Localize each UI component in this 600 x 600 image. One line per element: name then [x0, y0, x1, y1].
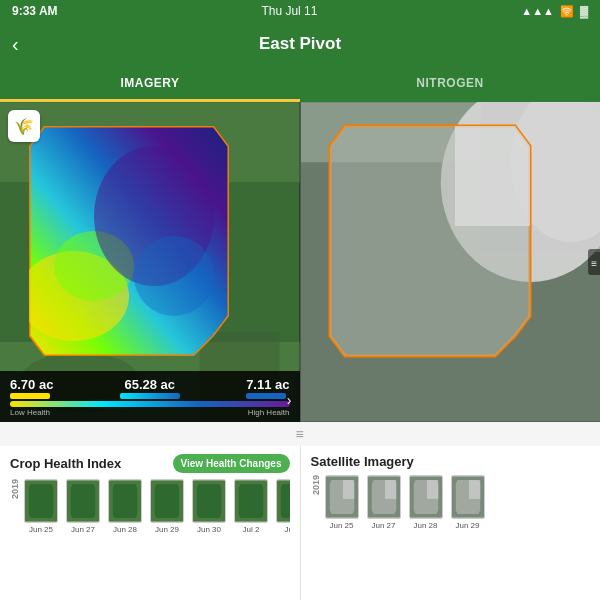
thumbnail-item[interactable]: Jun 25 [323, 475, 361, 530]
thumb-date: Jun 29 [155, 525, 179, 534]
thumbnail-item[interactable]: Jul 2 [232, 479, 270, 534]
thumbnail-item[interactable]: Jun 28 [407, 475, 445, 530]
header: ‹ East Pivot [0, 22, 600, 66]
tab-nitrogen[interactable]: NITROGEN [300, 66, 600, 102]
stat-medium-health: 65.28 ac [120, 377, 180, 399]
panel-title-right: Satellite Imagery [311, 454, 414, 469]
svg-marker-29 [197, 484, 221, 518]
thumb-date: Jun 25 [29, 525, 53, 534]
timeline-right: 2019 Jun 25 Jun 27 Jun 28 [311, 475, 591, 530]
svg-marker-27 [155, 484, 179, 518]
thumbnail-item[interactable]: Jun 27 [64, 479, 102, 534]
svg-marker-21 [29, 484, 53, 518]
wifi-icon: 🛜 [560, 5, 574, 18]
thumbnail-item[interactable]: Jun 27 [365, 475, 403, 530]
map-right[interactable]: ≡ [300, 102, 601, 422]
panel-header-right: Satellite Imagery [311, 454, 591, 469]
thumbnail-strip-right: Jun 25 Jun 27 Jun 28 Jun 29 [323, 475, 487, 530]
page-title: East Pivot [16, 34, 584, 54]
view-health-changes-button[interactable]: View Health Changes [173, 454, 290, 473]
thumb-date: Jun 27 [71, 525, 95, 534]
year-label-right: 2019 [311, 475, 321, 495]
svg-rect-50 [468, 480, 479, 499]
tab-bar: IMAGERY NITROGEN [0, 66, 600, 102]
status-icons: ▲▲▲ 🛜 ▓ [521, 5, 588, 18]
bottom-panels: Crop Health Index View Health Changes 20… [0, 446, 600, 600]
battery-icon: ▓ [580, 5, 588, 17]
thumb-date: Jun 25 [329, 521, 353, 530]
status-bar: 9:33 AM Thu Jul 11 ▲▲▲ 🛜 ▓ [0, 0, 600, 22]
heatmap-field [14, 116, 259, 366]
handle-icon: ≡ [295, 426, 304, 442]
thumbnail-item[interactable]: Jun 29 [148, 479, 186, 534]
thumb-date: Jun 28 [413, 521, 437, 530]
back-button[interactable]: ‹ [12, 33, 19, 56]
svg-marker-33 [281, 484, 290, 518]
satellite-imagery-panel: Satellite Imagery 2019 Jun 25 Jun 27 [301, 446, 601, 600]
thumbnail-item[interactable]: Jun 30 [190, 479, 228, 534]
panel-title-left: Crop Health Index [10, 456, 121, 471]
thumb-date: Jun 27 [371, 521, 395, 530]
status-day: Thu Jul 11 [261, 4, 317, 18]
year-label-left: 2019 [10, 479, 20, 499]
timeline-left: 2019 Jun 25 Jun 27 [10, 479, 290, 534]
svg-rect-44 [384, 480, 395, 499]
status-time: 9:33 AM [12, 4, 58, 18]
leaf-icon: 🌾 [14, 117, 34, 136]
stats-overlay: 6.70 ac 65.28 ac 7.11 ac › Low Health Hi… [0, 371, 300, 422]
thumbnail-item[interactable]: Jun 29 [449, 475, 487, 530]
map-left[interactable]: 🌾 6.70 ac 65.28 ac 7.11 ac › [0, 102, 300, 422]
thumbnail-item[interactable]: Jun 28 [106, 479, 144, 534]
divider-handle[interactable]: ≡ [0, 422, 600, 446]
legend-icon-button[interactable]: 🌾 [8, 110, 40, 142]
thumb-date: Jun 29 [455, 521, 479, 530]
crop-health-panel: Crop Health Index View Health Changes 20… [0, 446, 301, 600]
stat-high-health: 7.11 ac [246, 377, 289, 399]
thumb-date: Jul 3 [285, 525, 290, 534]
tab-imagery[interactable]: IMAGERY [0, 66, 300, 102]
svg-rect-47 [426, 480, 437, 499]
stat-low-health: 6.70 ac [10, 377, 53, 399]
thumb-date: Jun 30 [197, 525, 221, 534]
svg-marker-23 [71, 484, 95, 518]
signal-icon: ▲▲▲ [521, 5, 554, 17]
thumbnail-strip-left: Jun 25 Jun 27 Jun 28 [22, 479, 290, 534]
color-gradient-bar [10, 401, 290, 407]
thumb-date: Jul 2 [243, 525, 260, 534]
divider-icon: ≡ [591, 258, 597, 269]
svg-rect-19 [455, 126, 530, 226]
expand-icon[interactable]: › [287, 392, 292, 408]
svg-point-10 [134, 236, 214, 316]
satellite-field [315, 116, 560, 366]
map-container: 🌾 6.70 ac 65.28 ac 7.11 ac › [0, 102, 600, 422]
thumbnail-item[interactable]: Jul 3 [274, 479, 290, 534]
svg-marker-25 [113, 484, 137, 518]
legend-labels: Low Health High Health [10, 408, 290, 417]
map-divider-right[interactable]: ≡ [588, 249, 600, 275]
svg-marker-31 [239, 484, 263, 518]
thumb-date: Jun 28 [113, 525, 137, 534]
panel-header-left: Crop Health Index View Health Changes [10, 454, 290, 473]
thumbnail-item[interactable]: Jun 25 [22, 479, 60, 534]
svg-rect-41 [342, 480, 353, 499]
